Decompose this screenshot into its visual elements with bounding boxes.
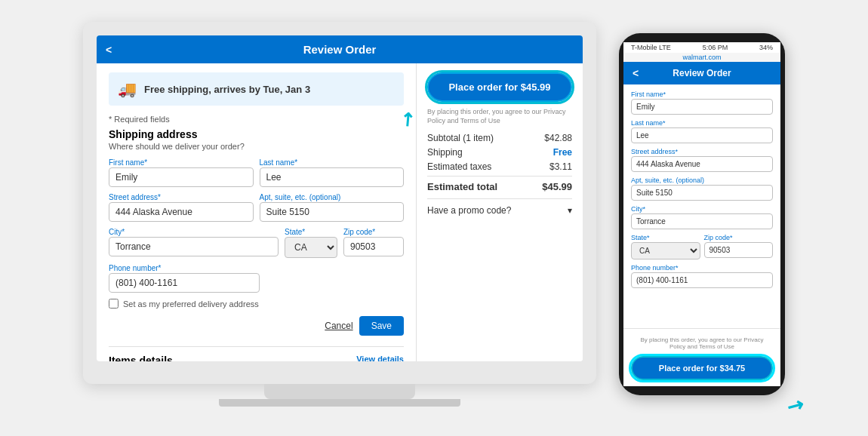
last-name-group: Last name* bbox=[260, 158, 405, 187]
last-name-input[interactable] bbox=[260, 167, 405, 187]
apt-label: Apt, suite, etc. (optional) bbox=[260, 193, 405, 201]
shipping-address-title: Shipping address bbox=[109, 128, 404, 140]
action-buttons: Cancel Save bbox=[109, 316, 404, 336]
city-group: City* bbox=[109, 228, 279, 258]
laptop-base bbox=[219, 399, 460, 407]
state-label: State* bbox=[285, 228, 337, 236]
phone-first-name-label: First name* bbox=[631, 91, 773, 98]
save-button[interactable]: Save bbox=[359, 316, 404, 336]
phone-place-order-button[interactable]: Place order for $34.75 bbox=[631, 356, 773, 380]
preferred-address-row: Set as my preferred delivery address bbox=[109, 299, 404, 309]
subtotal-row: Subtotal (1 item) $42.88 bbox=[427, 133, 572, 143]
total-row: Estimated total $45.99 bbox=[427, 176, 572, 192]
phone-last-name-input[interactable] bbox=[631, 127, 773, 143]
city-input[interactable] bbox=[109, 237, 279, 256]
zip-label: Zip code* bbox=[343, 228, 404, 236]
shipping-value: Free bbox=[553, 147, 572, 158]
phone-phone-label: Phone number* bbox=[631, 264, 773, 272]
state-group: State* CA bbox=[285, 228, 337, 258]
terms-text: By placing this order, you agree to our … bbox=[427, 108, 572, 125]
phone-apt-input[interactable] bbox=[631, 185, 773, 201]
phone-phone-group: Phone number* bbox=[631, 264, 773, 288]
phone-first-name-group: First name* bbox=[631, 91, 773, 115]
phone-first-name-input[interactable] bbox=[631, 99, 773, 115]
last-name-label: Last name* bbox=[260, 158, 405, 167]
phone-street-label: Street address* bbox=[631, 148, 773, 155]
phone-arrow-indicator: ↗ bbox=[783, 392, 809, 421]
phone-state-zip-row: State* CA Zip code* bbox=[631, 234, 773, 264]
zip-input[interactable] bbox=[343, 237, 404, 256]
shipping-address-subtitle: Where should we deliver your order? bbox=[109, 142, 404, 151]
phone-last-name-group: Last name* bbox=[631, 119, 773, 143]
taxes-value: $3.11 bbox=[549, 161, 572, 172]
name-row: First name* Last name* bbox=[109, 158, 404, 187]
total-label: Estimated total bbox=[427, 181, 497, 192]
preferred-address-label: Set as my preferred delivery address bbox=[123, 299, 259, 309]
phone-device: T-Mobile LTE 5:06 PM 34% walmart.com < R… bbox=[619, 33, 785, 403]
city-state-zip-row: City* State* CA Zip code* bbox=[109, 228, 404, 258]
first-name-group: First name* bbox=[109, 158, 254, 187]
state-select[interactable]: CA bbox=[285, 237, 337, 258]
phone-header: < Review Order bbox=[623, 62, 780, 84]
phone-bottom: By placing this order, you agree to our … bbox=[623, 328, 780, 386]
cancel-button[interactable]: Cancel bbox=[325, 316, 352, 336]
phone-city-input[interactable] bbox=[631, 213, 773, 229]
right-panel: Place order for $45.99 By placing this o… bbox=[417, 63, 583, 361]
place-order-button[interactable]: Place order for $45.99 bbox=[427, 72, 572, 102]
promo-row[interactable]: Have a promo code? ▾ bbox=[427, 198, 572, 216]
phone-city-group: City* bbox=[631, 205, 773, 229]
page-title: Review Order bbox=[303, 43, 377, 56]
phone-terms-text: By placing this order, you agree to our … bbox=[631, 333, 773, 353]
first-name-input[interactable] bbox=[109, 167, 254, 187]
laptop-header: < Review Order bbox=[97, 35, 583, 63]
zip-group: Zip code* bbox=[343, 228, 404, 258]
laptop-device: < Review Order 🚚 Free shipping, arrives … bbox=[83, 22, 596, 414]
phone-form: First name* Last name* Street address* A… bbox=[623, 84, 780, 328]
laptop-body: < Review Order 🚚 Free shipping, arrives … bbox=[83, 22, 596, 384]
phone-zip-group: Zip code* bbox=[704, 234, 774, 259]
phone-state-select[interactable]: CA bbox=[631, 242, 700, 259]
phone-group: Phone number* bbox=[109, 264, 260, 293]
street-row: Street address* Apt, suite, etc. (option… bbox=[109, 193, 404, 222]
phone-city-label: City* bbox=[631, 205, 773, 213]
phone-apt-label: Apt, suite, etc. (optional) bbox=[631, 177, 773, 184]
laptop-content: 🚚 Free shipping, arrives by Tue, Jan 3 *… bbox=[97, 63, 583, 361]
phone-input[interactable] bbox=[109, 273, 260, 293]
shipping-row: Shipping Free bbox=[427, 147, 572, 158]
phone-state-group: State* CA bbox=[631, 234, 700, 259]
phone-phone-input[interactable] bbox=[631, 272, 773, 288]
phone-zip-label: Zip code* bbox=[704, 234, 774, 241]
shipping-banner: 🚚 Free shipping, arrives by Tue, Jan 3 bbox=[109, 72, 404, 106]
phone-screen: < Review Order First name* Last name* St… bbox=[623, 62, 780, 386]
required-note: * Required fields bbox=[109, 115, 404, 124]
phone-street-group: Street address* bbox=[631, 148, 773, 172]
carrier-label: T-Mobile LTE bbox=[631, 44, 671, 51]
shipping-label: Shipping bbox=[427, 147, 463, 158]
apt-input[interactable] bbox=[260, 202, 405, 222]
truck-icon: 🚚 bbox=[118, 80, 137, 98]
phone-street-input[interactable] bbox=[631, 156, 773, 172]
time-label: 5:06 PM bbox=[703, 44, 728, 51]
view-details-link[interactable]: View details bbox=[356, 355, 404, 361]
laptop-stand bbox=[264, 384, 415, 399]
street-group: Street address* bbox=[109, 193, 254, 222]
phone-last-name-label: Last name* bbox=[631, 119, 773, 127]
phone-label: Phone number* bbox=[109, 264, 260, 272]
subtotal-value: $42.88 bbox=[544, 133, 572, 143]
subtotal-label: Subtotal (1 item) bbox=[427, 133, 494, 143]
preferred-address-checkbox[interactable] bbox=[109, 299, 119, 309]
street-input[interactable] bbox=[109, 202, 254, 222]
promo-label: Have a promo code? bbox=[427, 205, 511, 216]
phone-body: T-Mobile LTE 5:06 PM 34% walmart.com < R… bbox=[619, 33, 785, 395]
shipping-banner-text: Free shipping, arrives by Tue, Jan 3 bbox=[144, 84, 310, 95]
battery-label: 34% bbox=[759, 44, 773, 51]
city-label: City* bbox=[109, 228, 279, 236]
phone-status-bar: T-Mobile LTE 5:06 PM 34% bbox=[623, 42, 780, 53]
taxes-label: Estimated taxes bbox=[427, 161, 491, 172]
back-button[interactable]: < bbox=[106, 44, 112, 56]
phone-back-button[interactable]: < bbox=[633, 67, 639, 79]
phone-zip-input[interactable] bbox=[704, 242, 774, 258]
left-panel: 🚚 Free shipping, arrives by Tue, Jan 3 *… bbox=[97, 63, 417, 361]
items-details-title: Items details bbox=[109, 355, 173, 361]
items-details-section: Items details View details bbox=[109, 346, 404, 361]
